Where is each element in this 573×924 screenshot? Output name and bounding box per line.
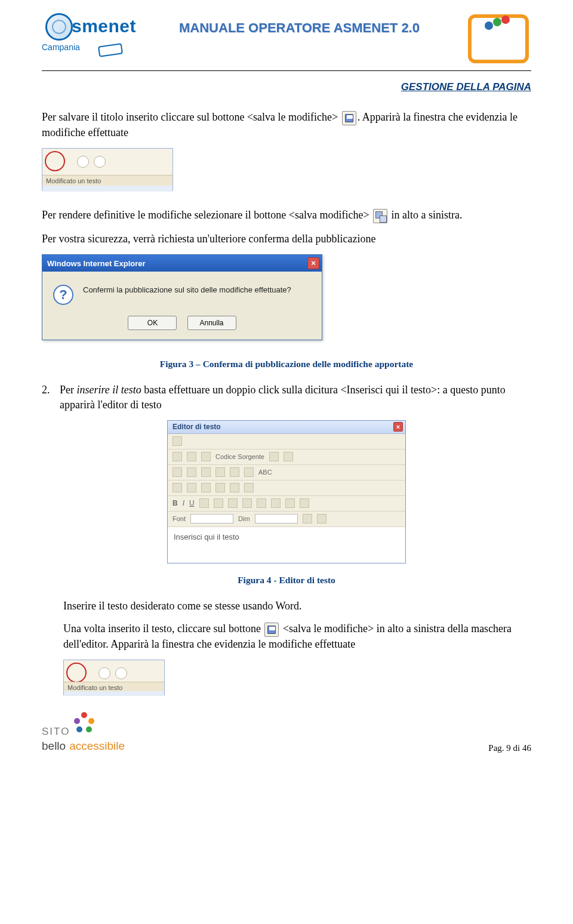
dialog-message: Confermi la pubblicazione sul sito delle… xyxy=(83,285,311,295)
color-icon[interactable] xyxy=(303,514,312,523)
toolbar-screenshot-1: Modificato un testo xyxy=(42,148,173,191)
toolbar-screenshot-2: Modificato un testo xyxy=(63,660,165,695)
text-editor-screenshot: Editor di testo × Codice Sorgente ABC xyxy=(167,420,406,563)
save-icon[interactable] xyxy=(172,436,182,446)
confirm-dialog: Windows Internet Explorer × Confermi la … xyxy=(42,254,322,340)
find-icon[interactable] xyxy=(201,467,211,477)
size-select[interactable] xyxy=(255,514,298,523)
footer-logo: SITO belloaccessibile xyxy=(42,712,155,754)
align-icon[interactable] xyxy=(257,498,266,508)
toolbar-icon[interactable] xyxy=(201,483,211,492)
toolbar-icon[interactable] xyxy=(284,452,293,461)
cancel-button[interactable]: Annulla xyxy=(187,316,236,330)
publish-icon xyxy=(373,209,387,223)
page-number: Pag. 9 di 46 xyxy=(488,742,531,754)
figure-3-caption: Figura 3 – Conferma di pubblicazione del… xyxy=(42,358,531,371)
logo-accessibile xyxy=(466,12,531,66)
editor-titlebar: Editor di testo × xyxy=(168,421,405,434)
highlight-circle xyxy=(45,151,65,171)
ok-button[interactable]: OK xyxy=(128,316,177,330)
font-label: Font xyxy=(172,515,186,523)
logo-text: smenet xyxy=(72,14,136,39)
align-icon[interactable] xyxy=(300,498,309,508)
manual-title: MANUALE OPERATORE ASMENET 2.0 xyxy=(143,12,466,37)
highlight-circle xyxy=(66,663,87,683)
save-icon xyxy=(264,623,279,637)
editor-textarea[interactable]: Inserisci qui il testo xyxy=(168,527,405,563)
image-icon[interactable] xyxy=(172,483,182,492)
toolbar-icon[interactable] xyxy=(201,452,211,461)
toolbar-icon[interactable] xyxy=(244,483,254,492)
save-icon xyxy=(342,111,356,125)
outdent-icon[interactable] xyxy=(242,498,252,508)
toolbar-status-text: Modificato un testo xyxy=(64,682,164,691)
toolbar-icon[interactable] xyxy=(215,467,225,477)
table-icon[interactable] xyxy=(230,467,239,477)
link-icon[interactable] xyxy=(215,483,225,492)
indent-icon[interactable] xyxy=(228,498,238,508)
list-icon[interactable] xyxy=(214,498,223,508)
paragraph-make-definitive: Per rendere definitive le modifiche sele… xyxy=(42,208,531,223)
paragraph-save-editor: Una volta inserito il testo, cliccare su… xyxy=(63,621,531,651)
paragraph-insert-text: Inserire il testo desiderato come se ste… xyxy=(63,599,531,613)
toolbar-status-text: Modificato un testo xyxy=(42,175,172,186)
toolbar-icon[interactable] xyxy=(244,467,254,477)
toolbar-icon[interactable] xyxy=(172,452,182,461)
toolbar-icon[interactable] xyxy=(187,467,196,477)
align-icon[interactable] xyxy=(271,498,281,508)
close-icon[interactable]: × xyxy=(307,257,319,269)
toolbar-icon[interactable] xyxy=(172,467,182,477)
question-icon xyxy=(53,285,73,305)
paragraph-save-title: Per salvare il titolo inserito cliccare … xyxy=(42,110,531,140)
logo-asmenet: smenet Campania xyxy=(42,12,143,58)
page-header: smenet Campania MANUALE OPERATORE ASMENE… xyxy=(42,12,531,66)
toolbar-icon[interactable] xyxy=(187,483,196,492)
align-icon[interactable] xyxy=(285,498,295,508)
font-select[interactable] xyxy=(190,514,233,523)
section-link: GESTIONE DELLA PAGINA xyxy=(42,79,531,94)
anchor-icon[interactable] xyxy=(230,483,239,492)
toolbar-icon[interactable] xyxy=(187,452,196,461)
source-code-label[interactable]: Codice Sorgente xyxy=(215,452,264,461)
paragraph-confirm-security: Per vostra sicurezza, verrà richiesta un… xyxy=(42,232,531,246)
logo-subtext: Campania xyxy=(42,42,80,53)
header-separator xyxy=(42,70,531,71)
figure-4-caption: Figura 4 - Editor di testo xyxy=(42,574,531,587)
page-footer: SITO belloaccessibile Pag. 9 di 46 xyxy=(42,712,531,754)
bgcolor-icon[interactable] xyxy=(317,514,326,523)
dialog-title: Windows Internet Explorer xyxy=(47,258,146,269)
toolbar-icon[interactable] xyxy=(269,452,279,461)
close-icon[interactable]: × xyxy=(393,422,403,432)
list-item-2: 2. Per inserire il testo basta effettuar… xyxy=(42,383,531,412)
list-icon[interactable] xyxy=(199,498,209,508)
size-label: Dim xyxy=(238,515,250,523)
dialog-titlebar: Windows Internet Explorer × xyxy=(42,255,322,272)
